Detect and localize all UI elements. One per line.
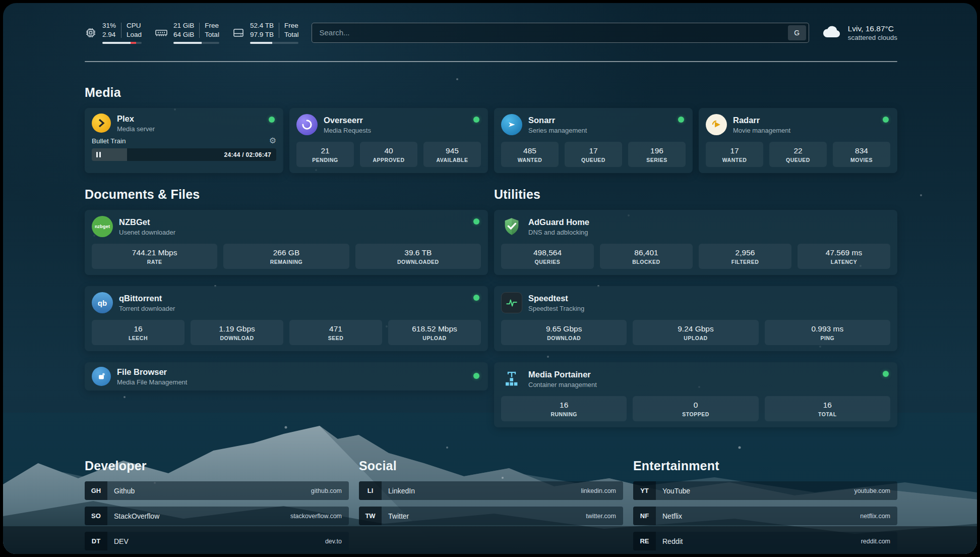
twitter-icon: TW <box>359 507 382 525</box>
bookmark-dev[interactable]: DT DEV dev.to <box>85 532 349 550</box>
app-card-filebrowser[interactable]: File Browser Media File Management <box>85 362 488 391</box>
header-bar: 31% 2.94 CPU Load <box>85 21 897 44</box>
stat-approved: 40APPROVED <box>360 142 417 167</box>
section-title-documents: Documents & Files <box>85 187 488 202</box>
app-subtitle: Usenet downloader <box>119 229 175 236</box>
ram-total-value: 64 GiB <box>173 30 194 39</box>
qbittorrent-icon: qb <box>92 292 113 313</box>
disk-free-value: 52.4 TB <box>250 21 274 30</box>
app-name: Radarr <box>733 116 790 125</box>
bookmark-reddit[interactable]: RE Reddit reddit.com <box>633 532 897 550</box>
bookmark-linkedin[interactable]: LI LinkedIn linkedin.com <box>359 481 623 500</box>
app-card-plex[interactable]: Plex Media server Bullet Train ⚙ <box>85 108 283 173</box>
search-engine-button[interactable]: G <box>788 25 806 40</box>
section-title-entertainment: Entertainment <box>633 459 897 473</box>
youtube-icon: YT <box>633 481 656 500</box>
stat-ping: 0.993 msPING <box>765 320 890 345</box>
app-name: AdGuard Home <box>528 217 589 227</box>
status-dot <box>678 117 684 123</box>
ram-label-total: Total <box>205 30 219 39</box>
cpu-label-2: Load <box>127 30 142 39</box>
stat-available: 945AVAILABLE <box>423 142 481 167</box>
radarr-icon <box>706 114 727 135</box>
disk-label-total: Total <box>284 30 299 39</box>
pause-icon[interactable] <box>96 152 101 157</box>
stat-rate: 744.21 MbpsRATE <box>92 244 217 269</box>
bookmark-stackoverflow[interactable]: SO StackOverflow stackoverflow.com <box>85 507 349 525</box>
cloud-icon <box>822 24 841 41</box>
stat-leech: 16LEECH <box>92 320 185 345</box>
overseerr-icon <box>296 114 318 135</box>
stat-running: 16RUNNING <box>501 396 627 421</box>
cpu-metric: 31% 2.94 CPU Load <box>85 21 142 44</box>
section-social: Social LI LinkedIn linkedin.com TW Twitt… <box>359 459 623 550</box>
linkedin-icon: LI <box>359 481 382 500</box>
app-name: Overseerr <box>324 116 371 125</box>
app-name: qBittorrent <box>119 294 175 303</box>
ram-icon <box>155 27 168 39</box>
plex-icon <box>92 114 111 133</box>
disk-usage-bar <box>250 42 299 44</box>
stat-download: 1.19 GbpsDOWNLOAD <box>191 320 283 345</box>
github-icon: GH <box>85 481 107 500</box>
stat-remaining: 266 GBREMAINING <box>223 244 349 269</box>
app-subtitle: DNS and adblocking <box>528 229 589 236</box>
app-card-speedtest[interactable]: Speedtest Speedtest Tracking 9.65 GbpsDO… <box>494 286 897 351</box>
app-subtitle: Torrent downloader <box>119 305 175 312</box>
hard-drive-icon <box>232 27 244 39</box>
stat-filtered: 2,956FILTERED <box>699 244 791 269</box>
status-dot <box>473 373 479 379</box>
sonarr-icon <box>501 114 522 135</box>
section-title-social: Social <box>359 459 623 473</box>
bookmark-netflix[interactable]: NF Netflix netflix.com <box>633 507 897 525</box>
stat-downloaded: 39.6 TBDOWNLOADED <box>355 244 481 269</box>
app-card-qbittorrent[interactable]: qb qBittorrent Torrent downloader 16LEEC… <box>85 286 488 351</box>
app-card-radarr[interactable]: Radarr Movie management 17WANTED 22QUEUE… <box>699 108 897 173</box>
cpu-usage-percent: 31% <box>102 21 116 30</box>
settings-gear-icon[interactable]: ⚙ <box>269 137 276 145</box>
search-input[interactable] <box>319 28 782 37</box>
status-dot <box>883 371 889 377</box>
app-card-sonarr[interactable]: Sonarr Series management 485WANTED 17QUE… <box>494 108 693 173</box>
disk-label-free: Free <box>284 21 299 30</box>
stat-queries: 498,564QUERIES <box>501 244 594 269</box>
app-name: Sonarr <box>528 116 587 125</box>
app-card-nzbget[interactable]: nzbget NZBGet Usenet downloader 744.21 M… <box>85 210 488 275</box>
ram-usage-bar <box>173 42 219 44</box>
playback-bar[interactable]: 24:44 / 02:06:47 <box>92 148 276 161</box>
app-card-portainer[interactable]: Media Portainer Container management 16R… <box>494 362 897 427</box>
app-card-adguard[interactable]: AdGuard Home DNS and adblocking 498,564Q… <box>494 210 897 275</box>
section-developer: Developer GH Github github.com SO StackO… <box>85 459 349 550</box>
disk-metric: 52.4 TB 97.9 TB Free Total <box>232 21 299 44</box>
stat-queued: 17QUEUED <box>565 142 622 167</box>
section-utilities: Utilities <box>494 187 897 427</box>
nzbget-icon-label: nzbget <box>95 224 110 229</box>
playback-time: 24:44 / 02:06:47 <box>224 151 271 158</box>
stat-movies: 834MOVIES <box>833 142 890 167</box>
bookmark-github[interactable]: GH Github github.com <box>85 481 349 500</box>
stat-blocked: 86,401BLOCKED <box>600 244 693 269</box>
cpu-chip-icon <box>85 27 97 39</box>
app-name: Speedtest <box>528 294 584 303</box>
weather-condition: scattered clouds <box>848 34 897 41</box>
snow-particles <box>3 3 4 4</box>
bookmark-twitter[interactable]: TW Twitter twitter.com <box>359 507 623 525</box>
divider <box>279 23 279 38</box>
speedtest-icon <box>501 292 522 313</box>
stat-series: 196SERIES <box>628 142 686 167</box>
status-dot <box>473 218 479 225</box>
section-entertainment: Entertainment YT YouTube youtube.com NF … <box>633 459 897 550</box>
header-divider <box>85 61 897 62</box>
stat-wanted: 485WANTED <box>501 142 559 167</box>
cpu-load-value: 2.94 <box>102 30 116 39</box>
app-subtitle: Container management <box>528 381 597 388</box>
filebrowser-icon <box>92 367 111 386</box>
app-card-overseerr[interactable]: Overseerr Media Requests 21PENDING 40APP… <box>289 108 488 173</box>
section-media: Media Plex Media server <box>85 85 897 173</box>
stat-queued: 22QUEUED <box>769 142 827 167</box>
cpu-label: CPU <box>127 21 142 30</box>
weather-widget: Lviv, 16.87°C scattered clouds <box>822 24 897 41</box>
qbittorrent-icon-label: qb <box>98 299 107 307</box>
dashboard-screen: 31% 2.94 CPU Load <box>3 3 977 554</box>
bookmark-youtube[interactable]: YT YouTube youtube.com <box>633 481 897 500</box>
